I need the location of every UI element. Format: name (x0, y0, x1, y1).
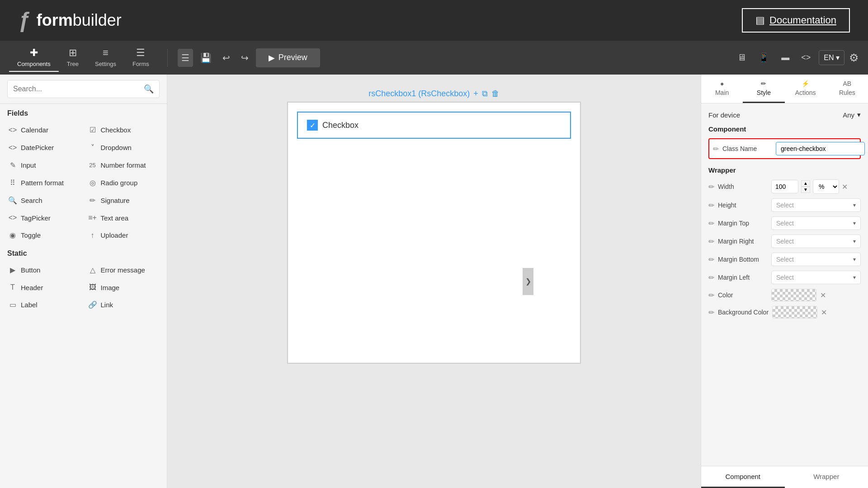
checkbox-text: Checkbox (322, 121, 359, 130)
main-tab-icon: ● (720, 80, 724, 87)
undo-button[interactable]: ↩ (219, 49, 234, 67)
delete-component-icon[interactable]: 🗑 (491, 89, 500, 99)
field-item-checkbox[interactable]: ☑ Checkbox (84, 121, 164, 139)
tab-main[interactable]: ● Main (701, 75, 743, 103)
field-item-calendar[interactable]: <> Calendar (4, 121, 84, 139)
class-name-input[interactable] (776, 142, 865, 155)
tab-forms[interactable]: ☰ Forms (124, 43, 157, 72)
redo-button[interactable]: ↪ (237, 49, 252, 67)
checkbox-component[interactable]: ✓ Checkbox (297, 112, 571, 139)
field-item-search[interactable]: 🔍 Search (4, 192, 84, 209)
add-component-icon[interactable]: + (473, 89, 478, 99)
desktop-icon[interactable]: 🖥 (734, 49, 750, 66)
field-item-numberformat[interactable]: 25 Number format (84, 156, 164, 174)
field-item-datepicker[interactable]: <> DatePicker (4, 139, 84, 156)
width-increment[interactable]: ▲ (801, 180, 810, 187)
right-tabs: ● Main ✏ Style ⚡ Actions AB Rules (701, 75, 868, 103)
field-item-uploader[interactable]: ↑ Uploader (84, 226, 164, 244)
tablet-icon[interactable]: 📱 (755, 49, 773, 67)
width-decrement[interactable]: ▼ (801, 187, 810, 193)
documentation-button[interactable]: ▤ Documentation (742, 8, 850, 33)
color-picker[interactable] (771, 289, 816, 301)
margin-bottom-row: ✏ Margin Bottom Select ▾ (708, 253, 861, 266)
width-number-input[interactable] (771, 180, 798, 193)
color-clear-button[interactable]: ✕ (820, 291, 826, 300)
bottom-tab-component[interactable]: Component (701, 466, 785, 488)
field-item-signature[interactable]: ✏ Signature (84, 192, 164, 209)
top-nav: ƒ formbuilder ▤ Documentation (0, 0, 868, 41)
errormessage-icon: △ (88, 266, 97, 274)
width-clear-button[interactable]: ✕ (842, 183, 848, 191)
image-icon: 🖼 (88, 283, 97, 291)
bgcolor-picker[interactable] (772, 306, 817, 319)
search-icon[interactable]: 🔍 (144, 84, 154, 94)
tree-icon: ⊞ (69, 47, 77, 59)
bottom-tab-wrapper[interactable]: Wrapper (785, 466, 868, 488)
field-item-label[interactable]: ▭ Label (4, 296, 84, 314)
preview-button[interactable]: ▶ Preview (256, 48, 320, 67)
marginbottom-chevron: ▾ (853, 256, 856, 263)
field-item-tagpicker[interactable]: <> TagPicker (4, 209, 84, 226)
height-row: ✏ Height Select ▾ (708, 198, 861, 212)
play-icon: ▶ (269, 53, 275, 63)
right-content: For device Any ▾ Component ✏ Class Name … (701, 103, 868, 466)
margintop-chevron: ▾ (853, 220, 856, 226)
style-tab-icon: ✏ (761, 80, 766, 87)
pencil-icon-margintop: ✏ (708, 219, 714, 228)
component-label: rsCheckbox1 (RsCheckbox) + ⧉ 🗑 (368, 89, 500, 99)
margin-left-select[interactable]: Select ▾ (771, 271, 861, 284)
field-item-header[interactable]: T Header (4, 279, 84, 296)
tab-style[interactable]: ✏ Style (743, 75, 784, 103)
mobile-icon[interactable]: ▬ (778, 49, 793, 66)
tab-rules[interactable]: AB Rules (826, 75, 868, 103)
checkbox-checked-box: ✓ (307, 120, 318, 131)
tab-actions[interactable]: ⚡ Actions (785, 75, 826, 103)
toolbar: ✚ Components ⊞ Tree ≡ Settings ☰ Forms ☰… (0, 41, 868, 75)
height-select[interactable]: Select ▾ (771, 198, 861, 212)
field-item-image[interactable]: 🖼 Image (84, 279, 164, 296)
search-input[interactable] (13, 85, 140, 93)
field-item-errormessage[interactable]: △ Error message (84, 261, 164, 279)
copy-component-icon[interactable]: ⧉ (482, 89, 488, 99)
bottom-tabs: Component Wrapper (701, 466, 868, 488)
link-icon: 🔗 (88, 300, 97, 309)
left-sidebar: 🔍 Fields <> Calendar ☑ Checkbox <> DateP… (0, 75, 167, 488)
tab-tree[interactable]: ⊞ Tree (59, 43, 87, 72)
fields-grid: <> Calendar ☑ Checkbox <> DatePicker ˅ D… (0, 121, 167, 244)
field-item-button[interactable]: ▶ Button (4, 261, 84, 279)
pencil-icon-marginright: ✏ (708, 237, 714, 246)
list-icon: ☰ (136, 47, 145, 59)
toggle-icon: ◉ (8, 231, 17, 239)
settings-button[interactable]: ⚙ (849, 52, 859, 64)
tagpicker-icon: <> (8, 214, 17, 222)
field-item-dropdown[interactable]: ˅ Dropdown (84, 139, 164, 156)
signature-icon: ✏ (88, 196, 97, 205)
field-item-input[interactable]: ✎ Input (4, 156, 84, 174)
margin-bottom-select[interactable]: Select ▾ (771, 253, 861, 266)
collapse-right-button[interactable]: ❯ (523, 268, 533, 295)
checkbox-icon: ☑ (88, 126, 97, 134)
search-field-icon: 🔍 (8, 196, 17, 205)
button-icon: ▶ (8, 266, 17, 274)
field-item-link[interactable]: 🔗 Link (84, 296, 164, 314)
device-select[interactable]: Any ▾ (843, 111, 861, 119)
search-box: 🔍 (0, 75, 167, 104)
field-item-textarea[interactable]: ≡+ Text area (84, 209, 164, 226)
field-item-toggle[interactable]: ◉ Toggle (4, 226, 84, 244)
bgcolor-clear-button[interactable]: ✕ (821, 308, 827, 317)
margin-right-select[interactable]: Select ▾ (771, 235, 861, 248)
search-input-wrap: 🔍 (7, 80, 160, 98)
menu-button[interactable]: ☰ (178, 49, 193, 67)
margin-top-select[interactable]: Select ▾ (771, 216, 861, 230)
label-icon: ▭ (8, 300, 17, 309)
tab-settings[interactable]: ≡ Settings (87, 43, 124, 72)
language-select[interactable]: EN ▾ (819, 50, 844, 65)
logo-text: formbuilder (37, 11, 122, 30)
field-item-radiogroup[interactable]: ◎ Radio group (84, 174, 164, 192)
tab-components[interactable]: ✚ Components (9, 43, 59, 72)
width-unit-select[interactable]: % px em (813, 179, 839, 194)
code-icon[interactable]: <> (797, 49, 814, 66)
save-button[interactable]: 💾 (197, 49, 215, 67)
toolbar-actions: ☰ 💾 ↩ ↪ ▶ Preview (178, 48, 320, 67)
field-item-patternformat[interactable]: ⠿ Pattern format (4, 174, 84, 192)
